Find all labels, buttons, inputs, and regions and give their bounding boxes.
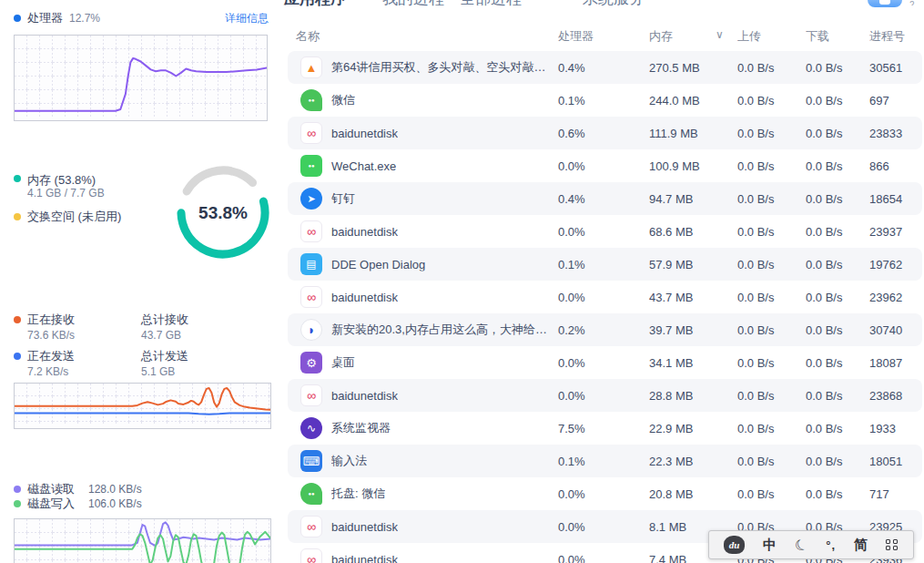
process-name: 新安装的20.3,内存占用这么高，大神给看... [331, 322, 554, 338]
swap-label: 交换空间 (未启用) [27, 209, 121, 225]
ime-toolbar: du中☾°,简 [708, 530, 914, 559]
process-row[interactable]: ●●托盘: 微信0.0%20.8 MB0.0 B/s0.0 B/s717 [288, 477, 922, 510]
process-table-body: ▲第64讲信用买权、多头对敲、空头对敲、...0.4%270.5 MB0.0 B… [288, 51, 922, 563]
wechat-exe-icon: ●● [300, 155, 322, 177]
recv-total-value: 43.7 GB [141, 328, 188, 343]
process-row[interactable]: ●●微信0.1%244.0 MB0.0 B/s0.0 B/s697 [288, 84, 922, 117]
recv-label: 正在接收 [27, 312, 75, 327]
process-name: 系统监视器 [331, 420, 391, 436]
process-memory: 94.7 MB [649, 192, 693, 206]
process-row[interactable]: ▲第64讲信用买权、多头对敲、空头对敲、...0.4%270.5 MB0.0 B… [288, 51, 922, 84]
chinese-mode-icon[interactable]: 中 [763, 537, 777, 554]
process-name: baidunetdisk [331, 389, 398, 403]
process-download: 0.0 B/s [806, 389, 842, 403]
send-total-value: 5.1 GB [141, 364, 188, 379]
process-name: 第64讲信用买权、多头对敲、空头对敲、... [331, 59, 554, 76]
process-row[interactable]: ⌨输入法0.1%22.3 MB0.0 B/s0.0 B/s18051 [288, 445, 922, 477]
column-header-memory[interactable]: 内存 [649, 28, 673, 45]
process-download: 0.0 B/s [806, 225, 842, 239]
process-download: 0.0 B/s [806, 323, 842, 337]
process-download: 0.0 B/s [806, 291, 842, 304]
process-row[interactable]: ▤DDE Open Dialog0.1%57.9 MB0.0 B/s0.0 B/… [288, 248, 922, 281]
column-header-download[interactable]: 下载 [806, 28, 829, 45]
process-cpu: 0.0% [558, 487, 585, 501]
process-pid: 18087 [869, 356, 902, 370]
top-tab-2[interactable]: 全部进程 [460, 0, 522, 9]
process-upload: 0.0 B/s [737, 291, 774, 304]
process-pid: 23833 [869, 127, 902, 140]
process-cpu: 0.2% [558, 323, 585, 337]
send-total-label: 总计发送 [141, 349, 188, 363]
process-cpu: 0.1% [558, 258, 585, 271]
process-row[interactable]: ◗新安装的20.3,内存占用这么高，大神给看...0.2%39.7 MB0.0 … [288, 313, 922, 346]
sort-chevron-down-icon[interactable]: ∨ [716, 28, 724, 41]
process-row[interactable]: ∞baidunetdisk0.0%68.6 MB0.0 B/s0.0 B/s23… [288, 215, 922, 248]
process-row[interactable]: ⚙桌面0.0%34.1 MB0.0 B/s0.0 B/s18087 [288, 346, 922, 379]
process-cpu: 0.0% [558, 389, 585, 403]
swap-section-header: 交换空间 (未启用) [14, 209, 121, 225]
process-name: 输入法 [331, 453, 367, 469]
process-upload: 0.0 B/s [737, 127, 774, 140]
process-row[interactable]: ∞baidunetdisk0.6%111.9 MB0.0 B/s0.0 B/s2… [288, 117, 922, 149]
process-download: 0.0 B/s [806, 258, 842, 271]
disk-write-label: 磁盘写入 [27, 496, 75, 512]
process-upload: 0.0 B/s [737, 192, 774, 206]
network-recv-block: 正在接收 73.6 KB/s [14, 312, 75, 343]
process-upload: 0.0 B/s [737, 258, 774, 271]
top-tab-3[interactable]: 系统服务 [583, 0, 645, 9]
process-name: baidunetdisk [331, 127, 398, 140]
process-memory: 111.9 MB [649, 127, 698, 140]
process-upload: 0.0 B/s [737, 94, 774, 107]
system-monitor-icon: ∿ [300, 417, 322, 439]
process-cpu: 0.0% [558, 225, 585, 239]
memory-percent-text: 53.8% [198, 203, 248, 222]
disk-write-row: 磁盘写入 106.0 KB/s [14, 496, 142, 512]
process-name: 托盘: 微信 [331, 486, 385, 502]
process-name: 钉钉 [331, 190, 355, 207]
process-row[interactable]: ∿系统监视器7.5%22.9 MB0.0 B/s0.0 B/s1933 [288, 412, 922, 445]
vlc-icon: ▲ [300, 56, 322, 78]
column-header-cpu[interactable]: 处理器 [558, 28, 594, 45]
ime-panel-grid-icon[interactable] [886, 539, 899, 550]
process-row[interactable]: ➤钉钉0.4%94.7 MB0.0 B/s0.0 B/s18654 [288, 182, 922, 215]
process-pid: 19762 [869, 258, 902, 271]
process-pid: 18051 [869, 455, 902, 468]
baidu-ime-logo-icon[interactable]: du [724, 536, 745, 554]
process-pid: 30561 [869, 61, 902, 75]
process-download: 0.0 B/s [806, 127, 842, 140]
disk-write-legend-dot [14, 500, 21, 507]
simplified-chinese-icon[interactable]: 简 [854, 537, 868, 554]
recv-legend-dot [14, 316, 21, 323]
process-pid: 30740 [869, 323, 902, 337]
top-action-button-fragment[interactable] [868, 0, 902, 7]
process-name: baidunetdisk [331, 553, 398, 563]
process-row[interactable]: ∞baidunetdisk0.0%28.8 MB0.0 B/s0.0 B/s23… [288, 379, 922, 412]
input-method-icon: ⌨ [300, 450, 322, 472]
cpu-legend-dot [14, 15, 21, 22]
process-download: 0.0 B/s [806, 487, 842, 501]
process-row[interactable]: ●●WeChat.exe0.0%100.9 MB0.0 B/s0.0 B/s86… [288, 149, 922, 182]
top-tab-0[interactable]: 应用程序 [284, 0, 346, 9]
process-memory: 270.5 MB [649, 61, 700, 75]
process-memory: 22.3 MB [649, 455, 693, 468]
dde-open-dialog-icon: ▤ [300, 253, 322, 275]
night-mode-moon-icon[interactable]: ☾ [792, 535, 810, 556]
process-memory: 22.9 MB [649, 422, 693, 435]
memory-donut-chart: 53.8% [173, 162, 273, 262]
network-send-block: 正在发送 7.2 KB/s [14, 349, 75, 379]
column-header-pid[interactable]: 进程号 [869, 28, 905, 45]
recv-value: 73.6 KB/s [27, 328, 75, 343]
desktop-icon: ⚙ [300, 352, 322, 374]
top-tab-1[interactable]: 我的进程 [382, 0, 444, 9]
process-name: baidunetdisk [331, 291, 398, 304]
memory-detail: 4.1 GB / 7.7 GB [27, 187, 105, 200]
process-cpu: 0.1% [558, 455, 585, 468]
process-download: 0.0 B/s [806, 159, 842, 173]
column-header-name[interactable]: 名称 [296, 28, 320, 45]
process-download: 0.0 B/s [806, 455, 842, 468]
process-memory: 34.1 MB [649, 356, 693, 370]
process-pid: 18654 [869, 192, 902, 206]
process-row[interactable]: ∞baidunetdisk0.0%43.7 MB0.0 B/s0.0 B/s23… [288, 281, 922, 313]
column-header-upload[interactable]: 上传 [737, 28, 761, 45]
punctuation-mode-icon[interactable]: °, [826, 538, 836, 552]
